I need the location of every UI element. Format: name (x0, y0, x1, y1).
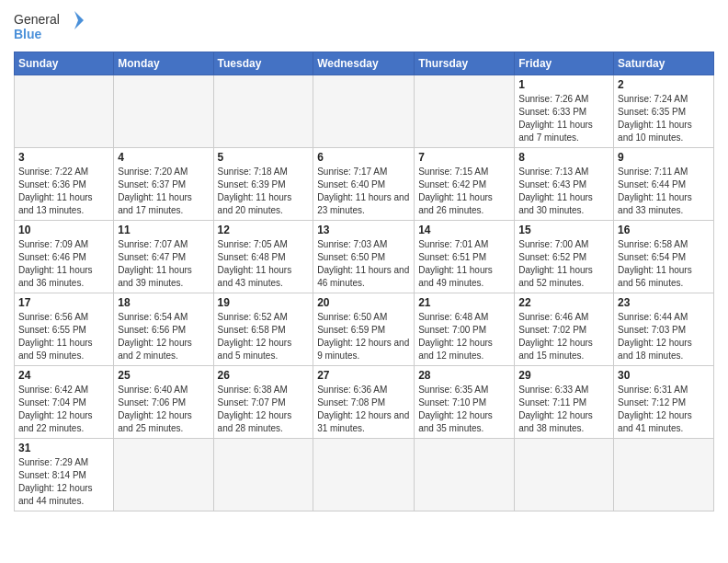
calendar-cell: 7Sunrise: 7:15 AMSunset: 6:42 PMDaylight… (415, 148, 515, 221)
calendar-cell: 23Sunrise: 6:44 AMSunset: 7:03 PMDayligh… (614, 293, 714, 366)
calendar-cell: 25Sunrise: 6:40 AMSunset: 7:06 PMDayligh… (114, 366, 213, 439)
calendar-cell (313, 439, 415, 511)
calendar-cell: 10Sunrise: 7:09 AMSunset: 6:46 PMDayligh… (15, 221, 114, 293)
day-info: Sunrise: 6:54 AMSunset: 6:56 PMDaylight:… (118, 311, 209, 362)
day-number: 11 (118, 224, 209, 236)
day-info: Sunrise: 7:24 AMSunset: 6:35 PMDaylight:… (618, 93, 710, 144)
col-header-wednesday: Wednesday (313, 52, 415, 75)
week-row-4: 24Sunrise: 6:42 AMSunset: 7:04 PMDayligh… (15, 366, 714, 439)
calendar-cell: 9Sunrise: 7:11 AMSunset: 6:44 PMDaylight… (614, 148, 714, 221)
day-number: 19 (218, 296, 310, 309)
day-number: 26 (218, 369, 310, 382)
calendar-cell: 6Sunrise: 7:17 AMSunset: 6:40 PMDaylight… (313, 148, 415, 221)
day-info: Sunrise: 6:58 AMSunset: 6:54 PMDaylight:… (618, 238, 710, 290)
calendar-cell: 20Sunrise: 6:50 AMSunset: 6:59 PMDayligh… (313, 293, 415, 366)
day-number: 16 (618, 224, 710, 236)
calendar-cell: 18Sunrise: 6:54 AMSunset: 6:56 PMDayligh… (114, 293, 213, 366)
day-number: 8 (518, 151, 609, 164)
calendar-cell: 26Sunrise: 6:38 AMSunset: 7:07 PMDayligh… (213, 366, 313, 439)
day-number: 28 (418, 369, 510, 382)
day-number: 12 (218, 224, 310, 236)
calendar-cell: 21Sunrise: 6:48 AMSunset: 7:00 PMDayligh… (415, 293, 515, 366)
week-row-1: 3Sunrise: 7:22 AMSunset: 6:36 PMDaylight… (15, 148, 714, 221)
day-number: 1 (518, 78, 609, 91)
calendar-cell (515, 439, 614, 511)
generalblue-logo-icon: General Blue (14, 9, 87, 44)
calendar-cell: 17Sunrise: 6:56 AMSunset: 6:55 PMDayligh… (15, 293, 114, 366)
week-row-3: 17Sunrise: 6:56 AMSunset: 6:55 PMDayligh… (15, 293, 714, 366)
day-number: 27 (317, 369, 410, 382)
day-number: 6 (317, 151, 410, 164)
day-number: 7 (418, 151, 510, 164)
day-number: 21 (418, 296, 510, 309)
day-number: 29 (518, 369, 609, 382)
calendar-cell: 2Sunrise: 7:24 AMSunset: 6:35 PMDaylight… (614, 75, 714, 148)
calendar-cell (15, 75, 114, 148)
week-row-0: 1Sunrise: 7:26 AMSunset: 6:33 PMDaylight… (15, 75, 714, 148)
day-info: Sunrise: 7:17 AMSunset: 6:40 PMDaylight:… (317, 166, 410, 217)
col-header-sunday: Sunday (15, 52, 114, 75)
calendar-cell: 15Sunrise: 7:00 AMSunset: 6:52 PMDayligh… (515, 221, 614, 293)
day-info: Sunrise: 7:15 AMSunset: 6:42 PMDaylight:… (418, 166, 510, 217)
calendar-cell: 31Sunrise: 7:29 AMSunset: 8:14 PMDayligh… (15, 439, 114, 511)
day-info: Sunrise: 6:42 AMSunset: 7:04 PMDaylight:… (18, 384, 109, 435)
day-number: 13 (317, 224, 410, 236)
day-number: 18 (118, 296, 209, 309)
day-info: Sunrise: 6:44 AMSunset: 7:03 PMDaylight:… (618, 311, 710, 362)
calendar-cell: 22Sunrise: 6:46 AMSunset: 7:02 PMDayligh… (515, 293, 614, 366)
calendar-cell: 19Sunrise: 6:52 AMSunset: 6:58 PMDayligh… (213, 293, 313, 366)
day-info: Sunrise: 6:33 AMSunset: 7:11 PMDaylight:… (518, 384, 609, 435)
col-header-monday: Monday (114, 52, 213, 75)
col-header-saturday: Saturday (614, 52, 714, 75)
day-number: 20 (317, 296, 410, 309)
calendar-body: 1Sunrise: 7:26 AMSunset: 6:33 PMDaylight… (15, 75, 714, 511)
day-info: Sunrise: 7:20 AMSunset: 6:37 PMDaylight:… (118, 166, 209, 217)
day-info: Sunrise: 7:13 AMSunset: 6:43 PMDaylight:… (518, 166, 609, 217)
calendar-cell: 14Sunrise: 7:01 AMSunset: 6:51 PMDayligh… (415, 221, 515, 293)
week-row-2: 10Sunrise: 7:09 AMSunset: 6:46 PMDayligh… (15, 221, 714, 293)
svg-text:General: General (14, 12, 60, 27)
calendar-cell: 5Sunrise: 7:18 AMSunset: 6:39 PMDaylight… (213, 148, 313, 221)
day-info: Sunrise: 7:09 AMSunset: 6:46 PMDaylight:… (18, 238, 109, 290)
day-info: Sunrise: 7:05 AMSunset: 6:48 PMDaylight:… (218, 238, 310, 290)
day-number: 9 (618, 151, 710, 164)
calendar-cell: 27Sunrise: 6:36 AMSunset: 7:08 PMDayligh… (313, 366, 415, 439)
logo: General Blue (14, 9, 87, 44)
calendar-table: SundayMondayTuesdayWednesdayThursdayFrid… (14, 52, 714, 511)
day-info: Sunrise: 6:56 AMSunset: 6:55 PMDaylight:… (18, 311, 109, 362)
day-info: Sunrise: 6:40 AMSunset: 7:06 PMDaylight:… (118, 384, 209, 435)
col-header-friday: Friday (515, 52, 614, 75)
day-number: 17 (18, 296, 109, 309)
calendar-cell: 29Sunrise: 6:33 AMSunset: 7:11 PMDayligh… (515, 366, 614, 439)
calendar-cell: 24Sunrise: 6:42 AMSunset: 7:04 PMDayligh… (15, 366, 114, 439)
day-number: 22 (518, 296, 609, 309)
week-row-5: 31Sunrise: 7:29 AMSunset: 8:14 PMDayligh… (15, 439, 714, 511)
header-row: SundayMondayTuesdayWednesdayThursdayFrid… (15, 52, 714, 75)
calendar-cell: 4Sunrise: 7:20 AMSunset: 6:37 PMDaylight… (114, 148, 213, 221)
calendar-cell: 16Sunrise: 6:58 AMSunset: 6:54 PMDayligh… (614, 221, 714, 293)
day-info: Sunrise: 7:01 AMSunset: 6:51 PMDaylight:… (418, 238, 510, 290)
svg-marker-2 (74, 11, 84, 29)
day-info: Sunrise: 6:35 AMSunset: 7:10 PMDaylight:… (418, 384, 510, 435)
calendar-cell (415, 75, 515, 148)
calendar-cell (213, 75, 313, 148)
page: General Blue SundayMondayTuesdayWednesda… (0, 0, 728, 563)
day-info: Sunrise: 6:48 AMSunset: 7:00 PMDaylight:… (418, 311, 510, 362)
svg-text:Blue: Blue (14, 27, 42, 41)
day-info: Sunrise: 6:31 AMSunset: 7:12 PMDaylight:… (618, 384, 710, 435)
calendar-cell (114, 75, 213, 148)
day-number: 25 (118, 369, 209, 382)
day-info: Sunrise: 6:38 AMSunset: 7:07 PMDaylight:… (218, 384, 310, 435)
calendar-cell: 11Sunrise: 7:07 AMSunset: 6:47 PMDayligh… (114, 221, 213, 293)
calendar-cell: 28Sunrise: 6:35 AMSunset: 7:10 PMDayligh… (415, 366, 515, 439)
calendar-cell: 8Sunrise: 7:13 AMSunset: 6:43 PMDaylight… (515, 148, 614, 221)
day-info: Sunrise: 7:07 AMSunset: 6:47 PMDaylight:… (118, 238, 209, 290)
calendar-cell: 30Sunrise: 6:31 AMSunset: 7:12 PMDayligh… (614, 366, 714, 439)
day-number: 2 (618, 78, 710, 91)
day-info: Sunrise: 7:29 AMSunset: 8:14 PMDaylight:… (18, 456, 109, 508)
day-info: Sunrise: 6:50 AMSunset: 6:59 PMDaylight:… (317, 311, 410, 362)
calendar-cell (313, 75, 415, 148)
calendar-cell (213, 439, 313, 511)
calendar-cell (415, 439, 515, 511)
day-info: Sunrise: 7:11 AMSunset: 6:44 PMDaylight:… (618, 166, 710, 217)
